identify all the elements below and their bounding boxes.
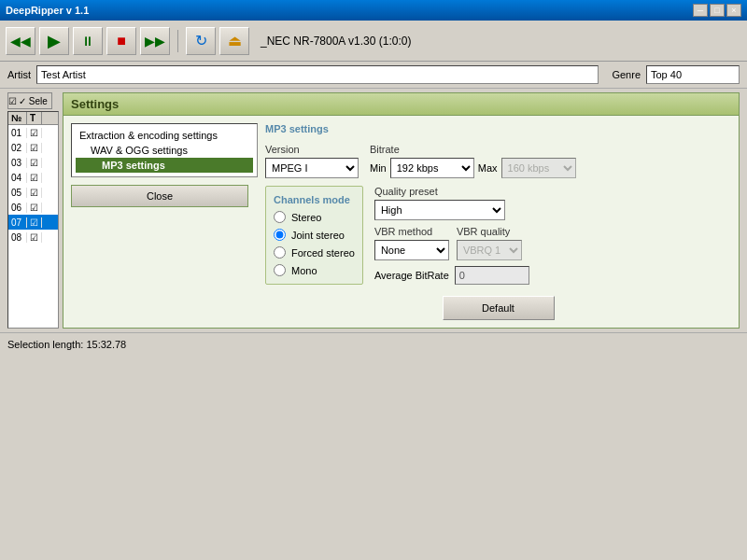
title-bar: DeepRipper v 1.1 ─ □ × [0,0,747,21]
forced-stereo-option[interactable]: Forced stereo [274,246,355,259]
refresh-button[interactable]: ↻ [186,27,216,55]
table-row[interactable]: 01 ☑ [8,125,58,140]
default-btn-row: Default [265,296,731,320]
toolbar-separator [177,30,178,52]
min-bitrate-select[interactable]: 192 kbps 32 kbps 64 kbps 128 kbps 256 kb… [390,158,474,178]
settings-panel: Settings Extraction & encoding settings … [63,92,740,329]
default-button[interactable]: Default [443,296,555,320]
table-row[interactable]: 05 ☑ [8,185,58,200]
next-button[interactable]: ▶▶ [140,27,170,55]
content-area: ☑ ✓ Sele № T 01 ☑ 02 ☑ 03 ☑ 04 ☑ [0,89,747,332]
track-panel: ☑ ✓ Sele № T 01 ☑ 02 ☑ 03 ☑ 04 ☑ [7,92,59,329]
genre-label: Genre [612,69,641,80]
bitrate-label: Bitrate [370,144,576,155]
bitrate-row: Min 192 kbps 32 kbps 64 kbps 128 kbps 25… [370,158,576,178]
mono-radio[interactable] [274,264,286,276]
quality-select[interactable]: Low Medium High Highest [374,200,505,220]
settings-tree-col: Extraction & encoding settings WAV & OGG… [71,123,258,320]
vbr-method-label: VBR method [374,226,449,237]
toolbar: ◀◀ ▶ ⏸ ■ ▶▶ ↻ ⏏ _NEC NR-7800A v1.30 (1:0… [0,21,747,62]
status-bar: Selection length: 15:32.78 [0,332,747,355]
vbr-quality-select[interactable]: VBRQ 1 [457,240,522,260]
tree-item-mp3[interactable]: MP3 settings [76,158,253,173]
stereo-radio[interactable] [274,211,286,223]
vbr-quality-group: VBR quality VBRQ 1 [457,226,522,260]
track-header: № T [8,112,58,125]
select-button[interactable]: ☑ ✓ Sele [7,92,52,109]
table-row[interactable]: 08 ☑ [8,230,58,245]
artist-input[interactable] [36,65,599,84]
mp3-section-title: MP3 settings [265,123,731,134]
quality-group: Quality preset Low Medium High Highest [374,186,529,220]
mp3-settings: MP3 settings Version MPEG I MPEG II MPEG… [265,123,731,320]
select-label: ✓ Sele [19,96,48,106]
max-bitrate-select[interactable]: 160 kbps [501,158,576,178]
fields-row: Artist Genre [0,62,747,89]
window-controls: ─ □ × [693,4,741,17]
app-title: DeepRipper v 1.1 [6,5,89,16]
table-row[interactable]: 07 ☑ [8,215,58,230]
selection-length: Selection length: 15:32.78 [7,339,126,350]
eject-button[interactable]: ⏏ [219,27,249,55]
stereo-option[interactable]: Stereo [274,211,355,223]
max-label: Max [478,162,498,174]
version-group: Version MPEG I MPEG II MPEG 2.5 [265,144,359,178]
stop-button[interactable]: ■ [106,27,136,55]
genre-input[interactable] [646,65,740,84]
channels-quality-row: Channels mode Stereo Joint stereo [265,186,731,285]
vbr-row: VBR method None CBR VBR ABR VB [374,226,529,260]
version-bitrate-row: Version MPEG I MPEG II MPEG 2.5 Bitrate … [265,144,731,178]
version-label: Version [265,144,359,155]
minimize-button[interactable]: ─ [693,4,708,17]
prev-button[interactable]: ◀◀ [6,27,35,55]
joint-stereo-radio[interactable] [274,229,286,241]
check-header: T [27,112,42,124]
table-row[interactable]: 02 ☑ [8,140,58,155]
joint-stereo-option[interactable]: Joint stereo [274,229,355,241]
track-table: № T 01 ☑ 02 ☑ 03 ☑ 04 ☑ 05 ☑ [7,111,59,329]
close-button[interactable]: Close [71,185,248,207]
num-header: № [8,112,27,124]
joint-stereo-label: Joint stereo [291,230,345,241]
table-row[interactable]: 06 ☑ [8,200,58,215]
close-button[interactable]: × [726,4,741,17]
vbr-method-group: VBR method None CBR VBR ABR [374,226,449,260]
maximize-button[interactable]: □ [710,4,725,17]
artist-label: Artist [7,69,31,80]
tree-item-extraction[interactable]: Extraction & encoding settings [76,128,253,143]
version-select[interactable]: MPEG I MPEG II MPEG 2.5 [265,158,359,178]
play-button[interactable]: ▶ [39,27,69,55]
quality-section: Quality preset Low Medium High Highest [374,186,529,285]
settings-title: Settings [63,93,739,116]
stereo-label: Stereo [291,212,321,223]
avg-bitrate-label: Average BitRate [374,270,449,281]
channels-title: Channels mode [274,194,355,205]
vbr-quality-label: VBR quality [457,226,522,237]
forced-stereo-label: Forced stereo [291,247,355,259]
table-row[interactable]: 04 ☑ [8,170,58,185]
tree-item-wav-ogg[interactable]: WAV & OGG settings [76,143,253,158]
mono-label: Mono [291,265,317,276]
vbr-method-select[interactable]: None CBR VBR ABR [374,240,449,260]
forced-stereo-radio[interactable] [274,246,286,259]
avg-bitrate-row: Average BitRate [374,266,529,285]
settings-tree: Extraction & encoding settings WAV & OGG… [71,123,258,177]
drive-label: _NEC NR-7800A v1.30 (1:0:0) [261,35,411,48]
quality-preset-label: Quality preset [374,186,529,197]
bitrate-group: Bitrate Min 192 kbps 32 kbps 64 kbps 128… [370,144,576,178]
min-label: Min [370,162,387,174]
mono-option[interactable]: Mono [274,264,355,276]
table-row[interactable]: 03 ☑ [8,155,58,170]
channels-section: Channels mode Stereo Joint stereo [265,186,363,285]
checkbox-icon: ☑ [8,96,17,106]
settings-box: Settings Extraction & encoding settings … [63,92,740,329]
settings-content: Extraction & encoding settings WAV & OGG… [63,116,739,328]
pause-button[interactable]: ⏸ [73,27,103,55]
avg-bitrate-input[interactable] [455,266,529,285]
radio-group: Stereo Joint stereo Forced stereo [274,211,355,276]
